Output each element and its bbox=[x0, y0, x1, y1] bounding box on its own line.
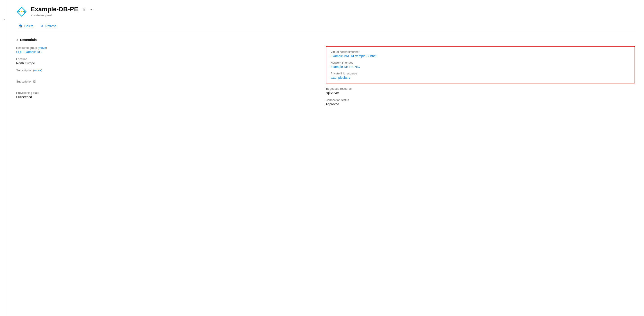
resource-group-value: SQL-Example-RG bbox=[16, 50, 326, 54]
field-network-interface: Network interface Example-DB-PE-NIC bbox=[331, 61, 630, 69]
connection-status-label: Connection status bbox=[326, 98, 635, 102]
essentials-highlighted-box: Virtual network/subnet Example-VNET/Exam… bbox=[326, 46, 635, 83]
essentials-left-column: Resource group (move) SQL-Example-RG Loc… bbox=[16, 46, 326, 109]
main-content: Example-DB-PE ☆ ··· Private endpoint 🗑 D… bbox=[7, 0, 644, 316]
location-value: North Europe bbox=[16, 61, 326, 65]
resource-title-row: Example-DB-PE ☆ ··· bbox=[30, 5, 94, 13]
field-subscription: Subscription (move) bbox=[16, 69, 326, 76]
essentials-header[interactable]: ∧ Essentials bbox=[16, 38, 635, 42]
field-virtual-network: Virtual network/subnet Example-VNET/Exam… bbox=[331, 50, 630, 58]
essentials-chevron-icon: ∧ bbox=[16, 38, 18, 41]
resource-type-label: Private endpoint bbox=[30, 13, 94, 17]
provisioning-state-label: Provisioning state bbox=[16, 91, 326, 94]
target-sub-resource-value: sqlServer bbox=[326, 91, 635, 95]
resource-group-move-link[interactable]: move bbox=[39, 46, 46, 49]
virtual-network-link[interactable]: Example-VNET/Example-Subnet bbox=[331, 54, 376, 58]
delete-label: Delete bbox=[24, 24, 33, 28]
svg-point-2 bbox=[21, 11, 22, 12]
delete-icon: 🗑 bbox=[19, 24, 22, 28]
provisioning-state-value: Succeeded bbox=[16, 95, 326, 99]
favorite-icon[interactable]: ☆ bbox=[82, 6, 86, 12]
page-title: Example-DB-PE bbox=[30, 5, 78, 13]
essentials-title: Essentials bbox=[20, 38, 37, 42]
essentials-right-column: Virtual network/subnet Example-VNET/Exam… bbox=[326, 46, 635, 109]
field-subscription-id: Subscription ID bbox=[16, 80, 326, 87]
subscription-value bbox=[16, 73, 326, 76]
refresh-label: Refresh bbox=[45, 24, 56, 28]
subscription-id-value bbox=[16, 84, 326, 87]
private-link-resource-label: Private link resource bbox=[331, 72, 630, 75]
resource-title-area: Example-DB-PE ☆ ··· Private endpoint bbox=[30, 5, 94, 17]
field-private-link-resource: Private link resource exampledbsrv bbox=[331, 72, 630, 79]
resource-header: Example-DB-PE ☆ ··· Private endpoint bbox=[16, 5, 635, 17]
more-options-icon[interactable]: ··· bbox=[90, 6, 94, 12]
field-provisioning-state: Provisioning state Succeeded bbox=[16, 91, 326, 99]
virtual-network-label: Virtual network/subnet bbox=[331, 50, 630, 53]
network-interface-link[interactable]: Example-DB-PE-NIC bbox=[331, 65, 360, 69]
resource-icon bbox=[16, 6, 27, 17]
refresh-button[interactable]: ↺ Refresh bbox=[38, 22, 59, 29]
subscription-id-label: Subscription ID bbox=[16, 80, 326, 83]
network-interface-label: Network interface bbox=[331, 61, 630, 64]
sidebar-chevron-icon: >> bbox=[2, 18, 5, 21]
target-sub-resource-label: Target sub-resource bbox=[326, 87, 635, 90]
refresh-icon: ↺ bbox=[40, 24, 44, 28]
field-location: Location North Europe bbox=[16, 57, 326, 65]
page-container: >> bbox=[0, 0, 644, 316]
field-connection-status: Connection status Approved bbox=[326, 98, 635, 106]
field-target-sub-resource: Target sub-resource sqlServer bbox=[326, 87, 635, 95]
essentials-section: ∧ Essentials Resource group (move) SQL-E… bbox=[16, 38, 635, 109]
field-resource-group: Resource group (move) SQL-Example-RG bbox=[16, 46, 326, 54]
location-label: Location bbox=[16, 57, 326, 61]
sidebar-toggle[interactable]: >> bbox=[0, 0, 7, 316]
subscription-label: Subscription (move) bbox=[16, 69, 326, 72]
connection-status-value: Approved bbox=[326, 102, 635, 106]
essentials-grid: Resource group (move) SQL-Example-RG Loc… bbox=[16, 46, 635, 109]
delete-button[interactable]: 🗑 Delete bbox=[16, 23, 36, 29]
subscription-move-link[interactable]: move bbox=[34, 69, 41, 72]
resource-group-link[interactable]: SQL-Example-RG bbox=[16, 50, 42, 54]
toolbar: 🗑 Delete ↺ Refresh bbox=[16, 22, 635, 32]
private-link-resource-link[interactable]: exampledbsrv bbox=[331, 76, 350, 79]
resource-group-label: Resource group (move) bbox=[16, 46, 326, 49]
toolbar-divider bbox=[16, 32, 635, 32]
